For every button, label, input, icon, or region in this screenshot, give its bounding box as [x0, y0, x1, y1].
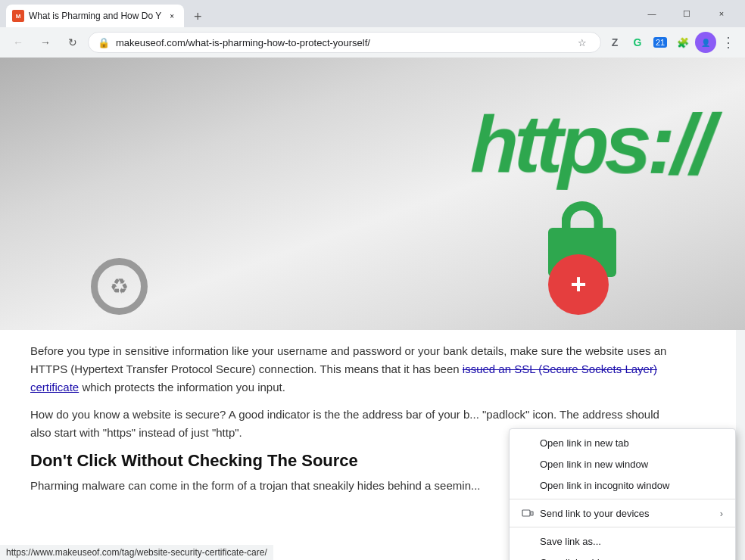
- page-content: https:// + ♻ Before you type in sensitiv…: [0, 58, 745, 560]
- status-bar: https://www.makeuseof.com/tag/website-se…: [0, 545, 273, 560]
- hero-image: https:// + ♻: [0, 58, 745, 330]
- active-tab[interactable]: M What is Pharming and How Do Y ×: [6, 5, 184, 27]
- context-menu-item-save-link[interactable]: Save link as...: [510, 530, 735, 552]
- status-bar-text: https://www.makeuseof.com/tag/website-se…: [6, 547, 267, 558]
- send-devices-label: Send link to your devices: [540, 508, 650, 519]
- context-menu-item-open-new-tab[interactable]: Open link in new tab: [510, 432, 735, 453]
- reload-button[interactable]: ↻: [61, 30, 85, 54]
- address-right-icons: ☆: [573, 33, 591, 51]
- lock-icon: 🔒: [98, 37, 110, 48]
- context-menu-item-open-incognito[interactable]: Open link in incognito window: [510, 474, 735, 496]
- svg-rect-1: [531, 512, 533, 515]
- forward-button[interactable]: →: [33, 30, 58, 54]
- profile-avatar[interactable]: 👤: [695, 32, 716, 53]
- https-text: https://: [469, 94, 711, 193]
- browser-menu-button[interactable]: ⋮: [718, 32, 739, 53]
- new-tab-button[interactable]: +: [187, 6, 208, 27]
- context-divider-1: [510, 499, 735, 499]
- open-new-window-label: Open link in new window: [540, 459, 648, 470]
- send-devices-arrow: ›: [720, 508, 723, 519]
- tab-favicon: M: [12, 10, 24, 22]
- context-menu: Open link in new tab Open link in new wi…: [509, 428, 736, 560]
- extensions-button[interactable]: 🧩: [672, 32, 694, 53]
- hero-image-content: https:// + ♻: [0, 58, 745, 330]
- extension-badge-icon[interactable]: 21: [650, 32, 671, 53]
- zotero-extension-icon[interactable]: Z: [604, 32, 625, 53]
- copy-link-icon: [522, 556, 534, 560]
- save-link-icon: [522, 535, 534, 547]
- open-incognito-label: Open link in incognito window: [540, 480, 669, 491]
- back-button[interactable]: ←: [6, 30, 30, 54]
- context-menu-item-send-devices[interactable]: Send link to your devices ›: [510, 502, 735, 524]
- title-bar: M What is Pharming and How Do Y × + — ☐ …: [0, 0, 745, 27]
- address-text: makeuseof.com/what-is-pharming-how-to-pr…: [116, 37, 567, 48]
- svg-rect-0: [522, 510, 530, 516]
- tab-close-button[interactable]: ×: [166, 10, 178, 22]
- minimize-button[interactable]: —: [634, 0, 669, 27]
- nav-right-icons: Z G 21 🧩 👤 ⋮: [604, 32, 739, 53]
- open-new-tab-icon: [522, 437, 534, 449]
- ssl-certificate-link[interactable]: certificate: [30, 381, 79, 394]
- close-button[interactable]: ×: [704, 0, 739, 27]
- send-devices-icon: [522, 507, 534, 519]
- open-new-tab-label: Open link in new tab: [540, 437, 629, 449]
- copy-link-label: Copy link address: [540, 557, 618, 561]
- bookmark-button[interactable]: ☆: [573, 33, 591, 51]
- context-divider-2: [510, 527, 735, 527]
- window-controls: — ☐ ×: [634, 0, 739, 27]
- context-menu-item-copy-link[interactable]: Copy link address: [510, 552, 735, 560]
- article-paragraph-1: Before you type in sensitive information…: [30, 342, 681, 397]
- tabs-bar: M What is Pharming and How Do Y × +: [6, 0, 625, 27]
- save-link-label: Save link as...: [540, 536, 601, 547]
- open-incognito-icon: [522, 479, 534, 491]
- grammarly-extension-icon[interactable]: G: [627, 32, 648, 53]
- maximize-button[interactable]: ☐: [669, 0, 704, 27]
- address-bar[interactable]: 🔒 makeuseof.com/what-is-pharming-how-to-…: [88, 32, 601, 53]
- context-menu-item-open-new-window[interactable]: Open link in new window: [510, 453, 735, 474]
- nav-bar: ← → ↻ 🔒 makeuseof.com/what-is-pharming-h…: [0, 27, 745, 58]
- recycle-icon: ♻: [91, 258, 148, 315]
- red-circle-icon: +: [548, 254, 609, 315]
- open-new-window-icon: [522, 458, 534, 470]
- tab-label: What is Pharming and How Do Y: [29, 11, 161, 21]
